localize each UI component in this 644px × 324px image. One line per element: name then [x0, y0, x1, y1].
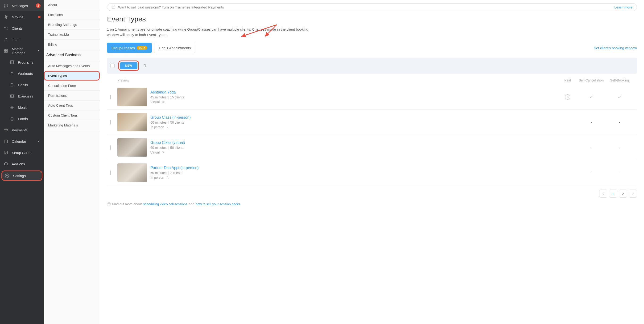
- gear-icon: [4, 173, 10, 178]
- tab-1on1[interactable]: 1 on 1 Appointments: [154, 43, 196, 53]
- payments-banner: Want to sell paid sessions? Turn on Trai…: [107, 3, 637, 11]
- sidebar-item-setup-guide[interactable]: Setup Guide: [0, 147, 44, 158]
- settings-item-auto-tags[interactable]: Auto Client Tags: [44, 100, 100, 110]
- sidebar-item-label: Calendar: [12, 139, 26, 143]
- table-row: Partner Duo Appt (in-person)60 minutes|2…: [107, 160, 637, 185]
- sidebar-item-foods[interactable]: Foods: [0, 113, 44, 124]
- settings-item-custom-tags[interactable]: Custom Client Tags: [44, 110, 100, 120]
- sidebar-item-master-libraries[interactable]: Master Libraries: [0, 45, 44, 56]
- guide-icon: [3, 150, 8, 155]
- row-checkbox[interactable]: [110, 120, 111, 125]
- event-thumbnail: [118, 113, 147, 131]
- sidebar-item-addons[interactable]: Add-ons: [0, 158, 44, 170]
- row-checkbox[interactable]: [110, 145, 111, 150]
- meals-icon: [10, 105, 14, 110]
- tab-group-classes[interactable]: Group/Classes BETA: [107, 43, 152, 53]
- groups-icon: [3, 14, 8, 19]
- pagination: 1 2: [107, 190, 637, 198]
- sidebar-item-clients[interactable]: Clients: [0, 22, 44, 34]
- settings-item-branding[interactable]: Branding And Logo: [44, 20, 100, 30]
- new-button[interactable]: NEW: [120, 62, 138, 69]
- page-prev[interactable]: [599, 190, 607, 198]
- chevron-up-icon: [37, 49, 40, 53]
- table-row: Group Class (in-person)60 minutes|50 cli…: [107, 110, 637, 135]
- settings-item-about[interactable]: About: [44, 0, 100, 10]
- page-1[interactable]: 1: [609, 190, 617, 198]
- settings-item-billing[interactable]: Billing: [44, 39, 100, 49]
- groups-badge-dot: [38, 16, 40, 18]
- event-location: In person: [150, 176, 558, 179]
- team-icon: [3, 37, 8, 42]
- sidebar-item-label: Clients: [12, 26, 23, 30]
- footnote-mid: and: [189, 202, 194, 206]
- event-meta: 60 minutes|2 clients: [150, 171, 558, 175]
- sidebar-item-messages[interactable]: Messages 2: [0, 0, 44, 11]
- page-title: Event Types: [107, 15, 637, 23]
- svg-rect-20: [162, 101, 164, 103]
- svg-rect-22: [162, 152, 164, 153]
- row-checkbox[interactable]: [110, 170, 111, 175]
- video-icon: [162, 100, 165, 104]
- event-title-link[interactable]: Ashtanga Yoga: [150, 90, 558, 94]
- event-thumbnail: [118, 88, 147, 106]
- person-icon: [166, 176, 169, 179]
- event-meta: 60 minutes|50 clients: [150, 121, 558, 124]
- sidebar-item-label: Programs: [18, 60, 33, 64]
- footnote-link-1[interactable]: scheduling video call sessions: [143, 202, 188, 206]
- col-self-cancel: Self-Cancellation: [577, 78, 605, 82]
- svg-point-23: [167, 176, 168, 177]
- tabs-row: Group/Classes BETA 1 on 1 Appointments S…: [107, 43, 637, 53]
- sidebar-item-label: Messages: [12, 4, 28, 8]
- sidebar-item-habits[interactable]: Habits: [0, 79, 44, 90]
- select-all-checkbox[interactable]: [110, 63, 114, 68]
- event-title-link[interactable]: Group Class (in-person): [150, 115, 558, 120]
- sidebar-item-payments[interactable]: Payments: [0, 124, 44, 136]
- table-row: Group Class (virtual)60 minutes|50 clien…: [107, 135, 637, 160]
- row-checkbox[interactable]: [110, 95, 111, 99]
- settings-item-consultation-form[interactable]: Consultation Form: [44, 81, 100, 91]
- booking-window-link[interactable]: Set client's booking window: [594, 46, 637, 50]
- libraries-icon: [3, 48, 8, 53]
- video-icon: [162, 151, 165, 154]
- sidebar-item-groups[interactable]: Groups: [0, 11, 44, 22]
- chevron-down-icon: [37, 139, 40, 143]
- table-header: Preview Paid Self-Cancellation Self-Book…: [107, 76, 637, 84]
- settings-item-event-types[interactable]: Event Types: [44, 71, 100, 81]
- page-next[interactable]: [629, 190, 637, 198]
- svg-rect-13: [4, 129, 8, 131]
- settings-sidebar: About Locations Branding And Logo Traine…: [44, 0, 100, 324]
- cell-self-book: -: [605, 120, 634, 124]
- messages-badge: 2: [36, 3, 40, 8]
- foods-icon: [10, 116, 14, 121]
- settings-item-marketing[interactable]: Marketing Materials: [44, 120, 100, 130]
- sidebar-item-label: Foods: [18, 117, 28, 121]
- settings-item-permissions[interactable]: Permissions: [44, 91, 100, 100]
- cell-self-cancel: -: [577, 120, 605, 124]
- page-2[interactable]: 2: [619, 190, 627, 198]
- sidebar-item-exercises[interactable]: Exercises: [0, 90, 44, 102]
- sidebar-item-workouts[interactable]: Workouts: [0, 68, 44, 79]
- event-title-link[interactable]: Partner Duo Appt (in-person): [150, 166, 558, 170]
- calendar-small-icon: [112, 5, 116, 9]
- sidebar-item-settings[interactable]: Settings: [2, 170, 42, 181]
- sidebar-item-label: Settings: [13, 174, 26, 178]
- learn-more-link[interactable]: Learn more: [614, 5, 632, 9]
- sidebar-item-programs[interactable]: Programs: [0, 56, 44, 68]
- svg-rect-9: [10, 60, 14, 63]
- cell-self-cancel: [577, 94, 605, 100]
- svg-point-2: [4, 27, 6, 28]
- sidebar-item-team[interactable]: Team: [0, 34, 44, 45]
- sidebar-item-meals[interactable]: Meals: [0, 102, 44, 113]
- delete-icon[interactable]: [143, 64, 146, 68]
- svg-rect-5: [4, 49, 6, 50]
- footnote-prefix: Find out more about: [112, 202, 142, 206]
- banner-text: Want to sell paid sessions? Turn on Trai…: [118, 5, 224, 9]
- sidebar-item-label: Groups: [12, 15, 23, 19]
- settings-item-trainerizeme[interactable]: Trainerize.Me: [44, 30, 100, 39]
- settings-item-auto-messages[interactable]: Auto Messages and Events: [44, 61, 100, 71]
- settings-item-locations[interactable]: Locations: [44, 10, 100, 20]
- svg-point-4: [6, 38, 6, 39]
- sidebar-item-calendar[interactable]: Calendar: [0, 136, 44, 147]
- event-title-link[interactable]: Group Class (virtual): [150, 141, 558, 145]
- footnote-link-2[interactable]: how to sell your session packs: [196, 202, 240, 206]
